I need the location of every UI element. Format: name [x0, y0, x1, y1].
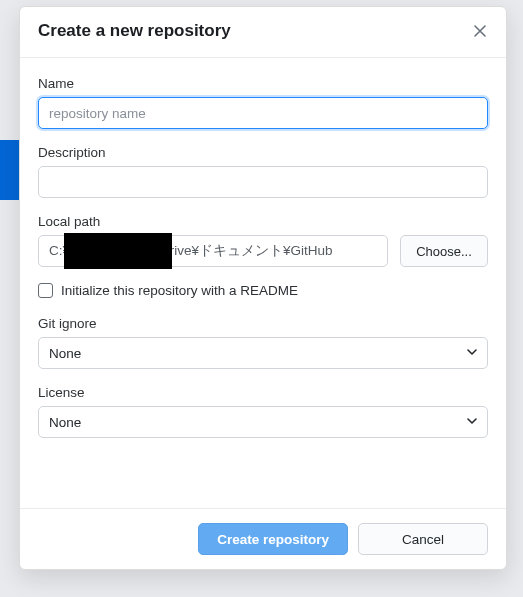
gitignore-select[interactable]: None — [38, 337, 488, 369]
background-accent — [0, 140, 20, 200]
gitignore-label: Git ignore — [38, 316, 488, 331]
description-field: Description — [38, 145, 488, 198]
description-label: Description — [38, 145, 488, 160]
create-repository-button[interactable]: Create repository — [198, 523, 348, 555]
create-repository-dialog: Create a new repository Name Description… — [19, 6, 507, 570]
name-label: Name — [38, 76, 488, 91]
license-field: License None — [38, 385, 488, 438]
dialog-body: Name Description Local path C:¥ eDrive¥ド… — [20, 58, 506, 508]
local-path-wrap: C:¥ eDrive¥ドキュメント¥GitHub — [38, 235, 388, 267]
readme-label: Initialize this repository with a README — [61, 283, 298, 298]
license-label: License — [38, 385, 488, 400]
readme-checkbox[interactable] — [38, 283, 53, 298]
name-input[interactable] — [38, 97, 488, 129]
local-path-row: C:¥ eDrive¥ドキュメント¥GitHub Choose... — [38, 235, 488, 267]
choose-button[interactable]: Choose... — [400, 235, 488, 267]
gitignore-field: Git ignore None — [38, 316, 488, 369]
description-input[interactable] — [38, 166, 488, 198]
dialog-footer: Create repository Cancel — [20, 508, 506, 569]
dialog-title: Create a new repository — [38, 21, 231, 41]
name-field: Name — [38, 76, 488, 129]
readme-row: Initialize this repository with a README — [38, 283, 488, 298]
dialog-header: Create a new repository — [20, 7, 506, 58]
license-select-wrap: None — [38, 406, 488, 438]
license-select[interactable]: None — [38, 406, 488, 438]
local-path-label: Local path — [38, 214, 488, 229]
close-icon[interactable] — [472, 23, 488, 39]
cancel-button[interactable]: Cancel — [358, 523, 488, 555]
redacted-block — [64, 233, 172, 269]
local-path-field: Local path C:¥ eDrive¥ドキュメント¥GitHub Choo… — [38, 214, 488, 267]
gitignore-select-wrap: None — [38, 337, 488, 369]
